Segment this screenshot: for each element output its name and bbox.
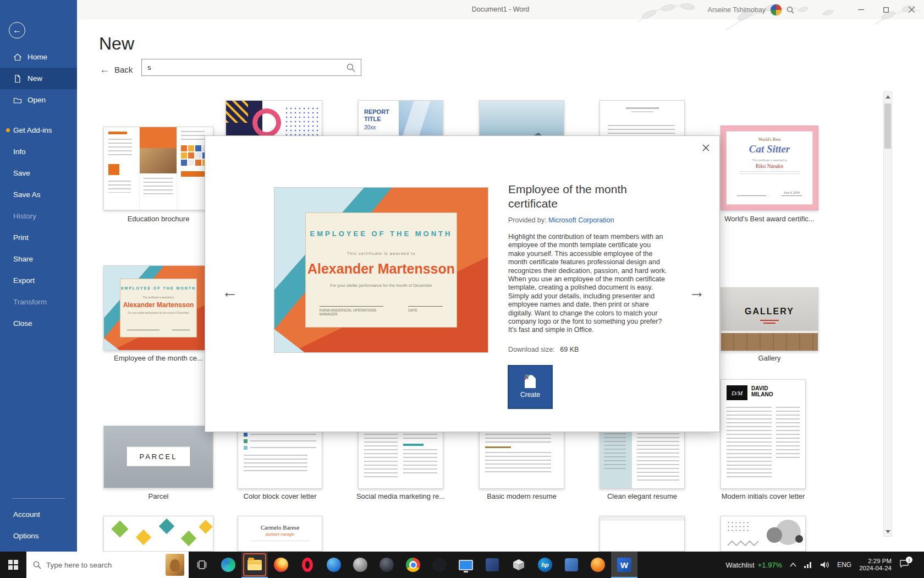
new-document-icon: [13, 74, 22, 83]
account-area[interactable]: Arseine Tshimobay: [708, 0, 782, 19]
template-tile-parcel[interactable]: PARCEL: [103, 426, 213, 488]
app-orange-icon[interactable]: [585, 552, 611, 578]
sidebar-item-close[interactable]: Close: [0, 313, 77, 334]
user-avatar[interactable]: [770, 4, 782, 16]
scrollbar-thumb[interactable]: [884, 103, 891, 149]
monitor-app-icon[interactable]: [453, 552, 479, 578]
taskbar-clock[interactable]: 2:29 PM 2024-04-24: [859, 558, 892, 572]
next-template-arrow[interactable]: →: [689, 283, 705, 300]
taskbar-search-box[interactable]: Type here to search: [26, 552, 189, 578]
app-navy-icon[interactable]: [479, 552, 505, 578]
sidebar-item-print[interactable]: Print: [0, 227, 77, 248]
scroll-down-button[interactable]: [884, 527, 892, 536]
sidebar-item-label: Save: [13, 169, 30, 177]
templates-back-button[interactable]: ← Back: [100, 64, 133, 75]
dialog-close-button[interactable]: [700, 141, 712, 154]
template-tile-modern-initials[interactable]: D/M DAVID MILANO: [721, 379, 806, 489]
sidebar-item-label: Get Add-ins: [13, 126, 52, 134]
sidebar-item-open[interactable]: Open: [0, 89, 77, 111]
template-label[interactable]: Color block cover letter: [224, 492, 336, 500]
sidebar-item-get-add-ins[interactable]: Get Add-ins: [0, 119, 77, 141]
sidebar-item-options[interactable]: Options: [0, 525, 77, 547]
template-tile-carmelo-resume[interactable]: Carmelo Barese assistant manager: [238, 516, 322, 552]
provider-link[interactable]: Microsoft Corporation: [548, 216, 614, 224]
previous-template-arrow[interactable]: ←: [222, 283, 238, 300]
edge-icon[interactable]: [215, 552, 241, 578]
sidebar-item-save[interactable]: Save: [0, 162, 77, 184]
template-tile-cat-sitter[interactable]: World's Best Cat Sitter This certificate…: [721, 126, 818, 210]
cat-sitter-title: Cat Sitter: [727, 143, 812, 155]
sidebar-item-account[interactable]: Account: [0, 504, 77, 525]
app-steel-icon[interactable]: [558, 552, 585, 578]
template-tile-geometric[interactable]: [103, 516, 213, 552]
task-view-button[interactable]: [189, 552, 215, 578]
sidebar-item-share[interactable]: Share: [0, 248, 77, 270]
download-size-label: Download size:: [508, 346, 555, 353]
certificate-subtitle: For your stellar performance for the mon…: [306, 283, 457, 288]
create-button[interactable]: Create: [508, 366, 552, 408]
sidebar-item-home[interactable]: Home: [0, 46, 77, 68]
template-tile-circles[interactable]: [721, 516, 806, 552]
sidebar-nav: Home New Open Get Add-ins Info Save Save…: [0, 46, 77, 334]
sidebar-item-export[interactable]: Export: [0, 270, 77, 291]
template-label[interactable]: Employee of the month ce...: [103, 354, 213, 362]
monogram-box: D/M: [727, 385, 747, 400]
add-ins-badge-dot: [6, 128, 10, 132]
template-label[interactable]: World's Best award certific...: [714, 215, 824, 223]
start-button[interactable]: [0, 552, 26, 578]
hp-icon[interactable]: hp: [532, 552, 558, 578]
sidebar-item-new[interactable]: New: [0, 68, 77, 89]
app-gray-icon[interactable]: [347, 552, 373, 578]
hidden-icons-chevron[interactable]: [790, 563, 796, 567]
sidebar-item-label: Export: [13, 276, 35, 285]
taskbar-search-icon: [33, 561, 41, 569]
watchlist-label: Watchlist: [725, 561, 754, 569]
file-explorer-icon[interactable]: [241, 552, 268, 578]
initials-name1: DAVID: [751, 385, 773, 391]
close-window-button[interactable]: [899, 0, 924, 19]
template-label[interactable]: Parcel: [103, 492, 213, 500]
template-label[interactable]: Gallery: [721, 354, 818, 362]
template-tile-education-brochure[interactable]: [103, 127, 213, 210]
sidebar-item-label: Open: [28, 96, 46, 104]
sidebar-item-label: Close: [13, 319, 32, 328]
template-label[interactable]: Education brochure: [103, 215, 213, 223]
template-label[interactable]: Clean elegant resume: [586, 492, 698, 500]
language-indicator[interactable]: ENG: [837, 561, 851, 569]
minimize-button[interactable]: [848, 0, 873, 19]
firefox-icon[interactable]: [268, 552, 294, 578]
watchlist-widget[interactable]: Watchlist +1.97%: [725, 561, 782, 569]
chrome-icon[interactable]: [400, 552, 426, 578]
search-highlight-image[interactable]: [166, 554, 184, 576]
scroll-up-button[interactable]: [884, 92, 892, 101]
certificate-signature: KIANA ANDERSON, OPERATIONS MANAGER: [320, 306, 384, 316]
template-tile-employee-certificate[interactable]: EMPLOYEE OF THE MONTH This certificate i…: [103, 265, 213, 351]
certificate-preview-image: EMPLOYEE OF THE MONTH This certificate i…: [274, 187, 488, 353]
sidebar-item-transform: Transform: [0, 291, 77, 313]
sidebar-item-history: History: [0, 205, 77, 227]
opera-icon[interactable]: [294, 552, 321, 578]
app-blue-icon[interactable]: [321, 552, 347, 578]
search-icon[interactable]: [346, 63, 355, 72]
template-label[interactable]: Social media marketing re...: [344, 492, 457, 500]
maximize-button[interactable]: [873, 0, 899, 19]
report-title-text: REPORT TITLE: [364, 108, 403, 123]
template-label[interactable]: Modern initials cover letter: [707, 492, 820, 500]
template-tile-blank[interactable]: [600, 516, 685, 552]
sidebar-item-info[interactable]: Info: [0, 141, 77, 162]
titlebar-search-icon[interactable]: [782, 0, 799, 19]
sidebar-item-save-as[interactable]: Save As: [0, 184, 77, 205]
template-label[interactable]: Basic modern resume: [465, 492, 578, 500]
volume-icon[interactable]: [821, 561, 829, 569]
network-icon[interactable]: [804, 561, 813, 568]
vertical-scrollbar[interactable]: [883, 91, 892, 537]
template-search-input[interactable]: s: [141, 59, 361, 76]
app-black-icon[interactable]: [426, 552, 453, 578]
template-tile-gallery[interactable]: GALLERY: [721, 287, 818, 351]
back-button[interactable]: ←: [9, 22, 25, 39]
word-icon[interactable]: W: [611, 552, 637, 578]
action-center-icon[interactable]: 1: [899, 559, 909, 570]
3d-viewer-icon[interactable]: [505, 552, 532, 578]
sidebar-item-label: Save As: [13, 190, 41, 199]
app-dark-icon[interactable]: [373, 552, 400, 578]
